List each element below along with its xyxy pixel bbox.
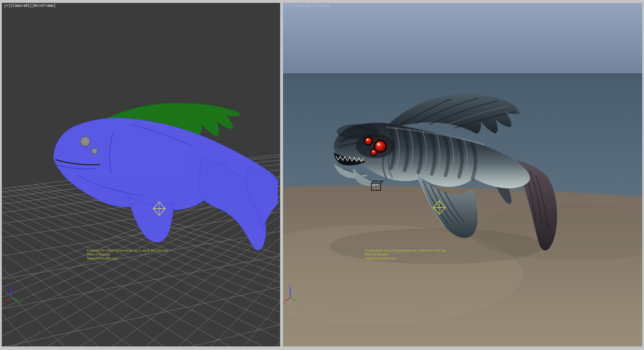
- horizon-line: [283, 73, 642, 74]
- sky: [283, 3, 642, 74]
- left-viewport-canvas[interactable]: z x y: [2, 3, 280, 346]
- viewport-menu-shading[interactable]: [Wireframe]: [32, 4, 55, 8]
- watermark-line3: www.frlzstudio.com: [87, 257, 168, 261]
- viewport-menu-plus[interactable]: [+]: [285, 4, 292, 8]
- axis-z-label: z: [10, 283, 12, 287]
- watermark-line1: Created for Intel Corporation as a work …: [87, 249, 168, 253]
- fish-eye-small: [371, 150, 377, 155]
- viewport-menu-camera[interactable]: [Camera01]: [292, 4, 313, 8]
- axis-z-label: z: [289, 283, 291, 287]
- fish-eye-large: [80, 137, 90, 146]
- watermark-line2: Mike O'Rourke: [87, 253, 168, 257]
- viewport-shaded[interactable]: [+][Camera01][Shaded]: [283, 3, 642, 346]
- viewport-menu-camera[interactable]: [Camera01]: [10, 4, 32, 8]
- axis-y-label: y: [19, 301, 21, 304]
- viewport-area: [+][Camera01][Wireframe]: [0, 0, 644, 350]
- watermark-text: Created for Intel Corporation as a work …: [365, 249, 446, 261]
- axis-y-label: y: [298, 301, 300, 304]
- viewport-menu-shading[interactable]: [Shaded]: [313, 4, 330, 8]
- viewport-label-right: [+][Camera01][Shaded]: [285, 4, 330, 8]
- axis-x-label: x: [3, 302, 5, 305]
- watermark-text: Created for Intel Corporation as a work …: [87, 249, 168, 261]
- watermark-line2: Mike O'Rourke: [365, 253, 446, 257]
- fish-eye-small: [92, 148, 97, 154]
- viewport-menu-plus[interactable]: [+]: [4, 4, 10, 8]
- watermark-line3: www.frlzstudio.com: [365, 257, 446, 261]
- viewport-label-left: [+][Camera01][Wireframe]: [4, 4, 56, 8]
- watermark-line1: Created for Intel Corporation as a work …: [365, 249, 446, 253]
- fish-eye-mid: [365, 137, 372, 145]
- right-viewport-canvas[interactable]: z x y: [283, 3, 642, 346]
- axis-x-label: x: [283, 302, 285, 305]
- viewport-wireframe[interactable]: [+][Camera01][Wireframe]: [2, 3, 280, 346]
